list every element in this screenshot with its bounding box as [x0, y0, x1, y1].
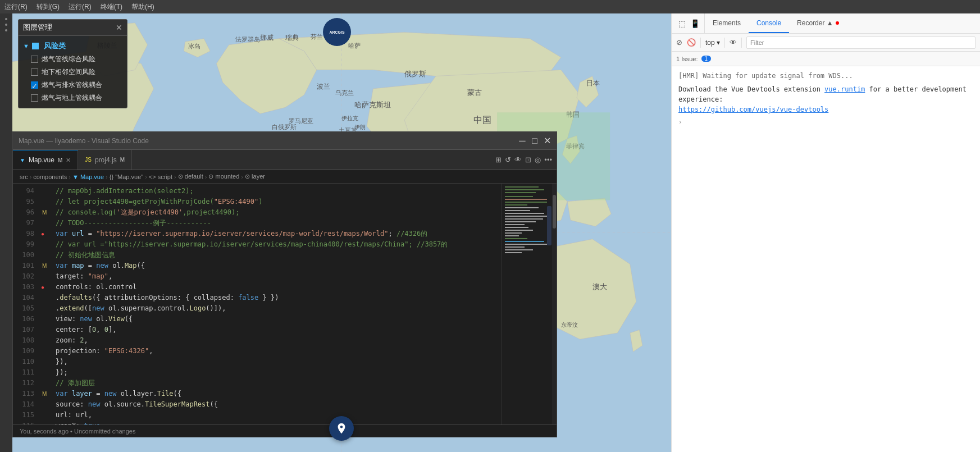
- maximize-button[interactable]: □: [531, 137, 539, 145]
- clear-icon[interactable]: 🚫: [687, 38, 696, 47]
- layer-checkbox-0[interactable]: [31, 56, 38, 63]
- layer-panel-header: 图层管理 ✕: [19, 20, 127, 36]
- tab-console-label: Console: [756, 19, 781, 27]
- issues-badge[interactable]: 1: [701, 56, 712, 62]
- svg-text:波兰: 波兰: [317, 83, 330, 90]
- editor-title-text: Map.vue — liyaodemo - Visual Studio Code: [19, 137, 149, 145]
- svg-rect-43: [505, 202, 547, 203]
- layer-item-1: 地下相邻空间风险: [23, 66, 122, 79]
- svg-rect-61: [505, 252, 522, 253]
- code-line-110: }),: [51, 357, 502, 367]
- scroll-indicator[interactable]: [552, 184, 557, 424]
- vue-devtools-link[interactable]: https://github.com/vuejs/vue-devtools: [678, 106, 828, 113]
- layer-item-2: ✓ 燃气与排水管线耦合: [23, 79, 122, 92]
- eye-icon[interactable]: 👁: [514, 156, 522, 164]
- split-icon[interactable]: ⊞: [495, 156, 502, 164]
- layer-category[interactable]: ▼ 风险类: [23, 39, 122, 53]
- svg-rect-52: [505, 227, 528, 228]
- layer-checkbox-3[interactable]: [31, 94, 38, 102]
- layer-item-3: 燃气与地上管线耦合: [23, 92, 122, 104]
- svg-rect-51: [505, 224, 525, 225]
- js-icon: JS: [85, 157, 92, 163]
- layer-checkbox-2[interactable]: ✓: [31, 81, 38, 89]
- tab-proj4[interactable]: JS proj4.js M: [78, 150, 132, 170]
- bc-script[interactable]: <> script: [149, 174, 172, 180]
- breadcrumb-icon[interactable]: ◎: [535, 156, 541, 164]
- source-control-icon[interactable]: ↺: [505, 156, 511, 164]
- tab-elements[interactable]: Elements: [705, 13, 749, 33]
- tab-elements-label: Elements: [713, 19, 741, 27]
- m-marker-97: [41, 218, 51, 229]
- code-line-114: source: new ol.source.TileSuperMapRest({: [51, 399, 502, 410]
- menu-item-help[interactable]: 帮助(H): [131, 2, 154, 12]
- close-button[interactable]: ✕: [543, 137, 551, 145]
- arcgis-logo: ARCGIS: [323, 18, 351, 46]
- editor-window-controls: ─ □ ✕: [518, 137, 551, 145]
- svg-rect-49: [505, 218, 543, 220]
- devtools-console-content: [HMR] Waiting for update signal from WDS…: [672, 66, 980, 452]
- bc-mapvue-str[interactable]: {} "Map.vue": [110, 174, 143, 180]
- editor-title-bar: Map.vue — liyaodemo - Visual Studio Code…: [13, 132, 557, 150]
- tab-recorder[interactable]: Recorder ▲: [789, 13, 847, 33]
- code-line-101: var map = new ol.Map({: [51, 261, 502, 271]
- tab-map-vue-close[interactable]: ✕: [66, 157, 71, 164]
- bc-mapvue[interactable]: ▼ Map.vue: [72, 174, 104, 180]
- device-icon[interactable]: 📱: [690, 19, 700, 28]
- code-line-107: center: [0, 0],: [51, 325, 502, 335]
- minimize-button[interactable]: ─: [518, 137, 526, 145]
- top-selector[interactable]: top ▾: [705, 39, 720, 47]
- outline-icon[interactable]: ⊡: [525, 156, 531, 164]
- console-filter-input[interactable]: [746, 36, 976, 49]
- bc-default[interactable]: ⊙ default: [178, 173, 203, 180]
- menu-item-terminal[interactable]: 终端(T): [101, 2, 122, 12]
- map-fab-button[interactable]: [329, 416, 354, 441]
- svg-rect-57: [505, 241, 544, 242]
- bc-src[interactable]: src: [20, 174, 28, 180]
- code-line-94: // mapObj.addInteraction(select2);: [51, 186, 502, 197]
- svg-rect-47: [505, 213, 544, 214]
- vue-runtime-link[interactable]: vue.runtim: [824, 85, 865, 93]
- code-line-95: // let project4490=getProjWithProjCode("…: [51, 197, 502, 207]
- code-line-116: wrapX: true,: [51, 421, 502, 424]
- menu-item-goto[interactable]: 转到(G): [37, 2, 60, 12]
- svg-text:法罗群岛: 法罗群岛: [235, 36, 260, 43]
- m-marker-101: M: [41, 261, 51, 271]
- menu-item-run[interactable]: 运行(R): [69, 2, 92, 12]
- svg-text:中国: 中国: [473, 115, 491, 125]
- layer-category-label: 风险类: [44, 41, 66, 51]
- menu-goto[interactable]: 运行(R): [4, 2, 28, 12]
- m-marker-106: [41, 314, 51, 325]
- inspect-icon[interactable]: ⬚: [678, 19, 686, 28]
- svg-rect-50: [505, 221, 536, 222]
- m-marker-109: [41, 346, 51, 357]
- more-icon[interactable]: •••: [544, 156, 552, 164]
- toolbar-sep-2: [724, 38, 725, 48]
- svg-text:哈萨克斯坦: 哈萨克斯坦: [354, 101, 391, 109]
- tab-map-vue[interactable]: ▼ Map.vue M ✕: [13, 150, 78, 170]
- svg-rect-38: [505, 186, 539, 188]
- layer-label-3: 燃气与地上管线耦合: [42, 93, 102, 103]
- code-line-100: // 初始化地图信息: [51, 250, 502, 261]
- log-entry-hmr: [HMR] Waiting for update signal from WDS…: [678, 71, 973, 81]
- layer-panel-close-button[interactable]: ✕: [116, 23, 122, 32]
- code-lines[interactable]: // mapObj.addInteraction(select2); // le…: [51, 184, 502, 424]
- svg-rect-60: [505, 249, 533, 250]
- expand-arrow[interactable]: ›: [678, 118, 973, 126]
- editor-panel: Map.vue — liyaodemo - Visual Studio Code…: [12, 131, 557, 437]
- vscode-menu-row: 运行(R) 运行(R) 转到(G) 运行(R) 终端(T) 帮助(H): [0, 0, 980, 13]
- svg-rect-44: [505, 204, 527, 206]
- layer-panel: 图层管理 ✕ ▼ 风险类 燃气管线综合风险 地下相邻空间风险: [18, 19, 127, 108]
- bc-mounted[interactable]: ⊙ mounted: [208, 173, 239, 180]
- m-marker-115: [41, 410, 51, 421]
- m-marker-99: [41, 239, 51, 250]
- map-logo: ARCGIS: [323, 18, 351, 46]
- code-line-98: var url = "https://iserver.supermap.io/i…: [51, 229, 502, 239]
- bc-components[interactable]: components: [33, 174, 67, 180]
- tab-console[interactable]: Console: [749, 13, 789, 33]
- block-icon[interactable]: ⊘: [676, 38, 682, 47]
- category-expand-icon: ▼: [23, 43, 29, 49]
- bc-layer[interactable]: ⊙ layer: [245, 173, 265, 180]
- layer-checkbox-1[interactable]: [31, 69, 38, 76]
- eye-filter-icon[interactable]: 👁: [730, 38, 737, 47]
- expand-icon[interactable]: ›: [678, 118, 682, 126]
